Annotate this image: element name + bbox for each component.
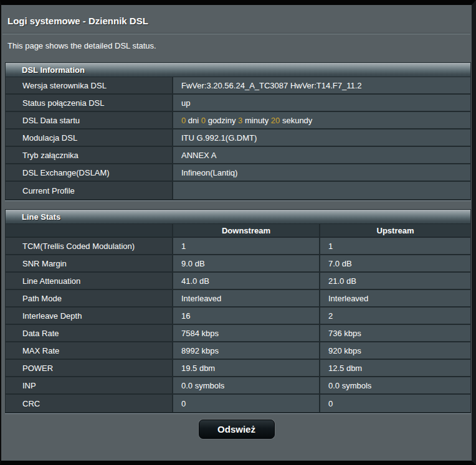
stat-row: INP0.0 symbols0.0 symbols <box>6 377 470 395</box>
info-row: DSL Exchange(DSLAM)Infineon(Lantiq) <box>6 164 470 182</box>
info-row-value: up <box>173 95 470 112</box>
line-stats-section-header: Line Stats <box>5 209 471 223</box>
stat-row-label: Interleave Depth <box>6 308 173 325</box>
stat-row: POWER19.5 dbm12.5 dbm <box>6 360 470 377</box>
stat-downstream-value: 41.0 dB <box>173 273 320 290</box>
info-row-label: Wersja sterownika DSL <box>6 77 173 95</box>
dsl-information-table: Wersja sterownika DSLFwVer:3.20.56.24_A_… <box>5 77 471 200</box>
stat-downstream-value: 0.0 symbols <box>173 377 320 395</box>
info-row-label: Modulacja DSL <box>6 129 173 147</box>
info-row-value <box>173 182 470 199</box>
stat-upstream-value: 920 kbps <box>320 342 470 360</box>
column-header-upstream: Upstream <box>320 224 470 238</box>
info-row-value: 0 dni 0 godziny 3 minuty 20 sekundy <box>173 112 470 129</box>
info-row: Status połączenia DSLup <box>6 95 470 112</box>
stat-upstream-value: 2 <box>320 308 470 325</box>
info-row: Tryb załącznikaANNEX A <box>6 147 470 164</box>
stat-downstream-value: 1 <box>173 238 320 255</box>
stat-row-label: POWER <box>6 360 173 377</box>
stat-downstream-value: 16 <box>173 308 320 325</box>
uptime-unit: sekundy <box>280 116 312 125</box>
stat-downstream-value: 19.5 dbm <box>173 360 320 377</box>
info-row-value: FwVer:3.20.56.24_A_TC3087 HwVer:T14.F7_1… <box>173 77 470 95</box>
uptime-unit: dni <box>186 116 201 125</box>
stat-row: Interleave Depth162 <box>6 308 470 325</box>
column-header-empty <box>6 224 173 238</box>
info-row-label: Tryb załącznika <box>6 147 173 164</box>
info-row: Current Profile <box>6 182 470 199</box>
stat-upstream-value: Interleaved <box>320 290 470 308</box>
stat-row-label: TCM(Trellis Coded Modulation) <box>6 238 173 255</box>
stat-row-label: INP <box>6 377 173 395</box>
dsl-information-section-header: DSL Information <box>5 62 471 77</box>
dsl-status-page: Logi systemowe - Dziennik DSL This page … <box>0 0 476 465</box>
info-row-value: ANNEX A <box>173 147 470 164</box>
info-row-label: Status połączenia DSL <box>6 95 173 112</box>
column-header-downstream: Downstream <box>173 224 320 238</box>
stat-upstream-value: 7.0 dB <box>320 255 470 273</box>
line-stats-table: Downstream Upstream TCM(Trellis Coded Mo… <box>5 223 471 413</box>
info-row-value: ITU G.992.1(G.DMT) <box>173 129 470 147</box>
stat-upstream-value: 12.5 dbm <box>320 360 470 377</box>
stat-row-label: Line Attenuation <box>6 273 173 290</box>
stat-row: Data Rate7584 kbps736 kbps <box>6 325 470 342</box>
uptime-unit: minuty <box>242 116 271 125</box>
stat-downstream-value: 9.0 dB <box>173 255 320 273</box>
info-row-label: DSL Data startu <box>6 112 173 129</box>
uptime-unit: godziny <box>206 116 238 125</box>
stat-row: CRC00 <box>6 395 470 412</box>
stat-upstream-value: 1 <box>320 238 470 255</box>
stat-downstream-value: Interleaved <box>173 290 320 308</box>
line-stats-section: Line Stats Downstream Upstream TCM(Trell… <box>5 209 471 413</box>
stat-row-label: Path Mode <box>6 290 173 308</box>
uptime-number: 20 <box>271 116 280 125</box>
stat-row: Line Attenuation41.0 dB21.0 dB <box>6 273 470 290</box>
title-divider <box>2 33 470 34</box>
info-row-value: Infineon(Lantiq) <box>173 164 470 182</box>
stat-downstream-value: 0 <box>173 395 320 412</box>
stat-row: MAX Rate8992 kbps920 kbps <box>6 342 470 360</box>
info-row: Modulacja DSLITU G.992.1(G.DMT) <box>6 129 470 147</box>
stat-row: TCM(Trellis Coded Modulation)11 <box>6 238 470 255</box>
info-row: Wersja sterownika DSLFwVer:3.20.56.24_A_… <box>6 77 470 95</box>
info-row: DSL Data startu0 dni 0 godziny 3 minuty … <box>6 112 470 129</box>
stat-row: Path ModeInterleavedInterleaved <box>6 290 470 308</box>
stat-row-label: Data Rate <box>6 325 173 342</box>
stat-upstream-value: 736 kbps <box>320 325 470 342</box>
refresh-button[interactable]: Odswież <box>199 420 275 439</box>
dsl-information-section: DSL Information Wersja sterownika DSLFwV… <box>5 62 471 200</box>
stat-downstream-value: 8992 kbps <box>173 342 320 360</box>
stat-row-label: SNR Margin <box>6 255 173 273</box>
uptime-number: 0 <box>201 116 206 125</box>
line-stats-header-row: Downstream Upstream <box>6 224 470 238</box>
stat-downstream-value: 7584 kbps <box>173 325 320 342</box>
stat-upstream-value: 21.0 dB <box>320 273 470 290</box>
page-subtitle: This page shows the detailed DSL status. <box>7 41 469 50</box>
stat-row-label: CRC <box>6 395 173 412</box>
page-title: Logi systemowe - Dziennik DSL <box>7 16 469 26</box>
stat-row-label: MAX Rate <box>6 342 173 360</box>
button-row: Odswież <box>1 420 472 439</box>
info-row-label: DSL Exchange(DSLAM) <box>6 164 173 182</box>
info-row-label: Current Profile <box>6 182 173 199</box>
stat-row: SNR Margin9.0 dB7.0 dB <box>6 255 470 273</box>
stat-upstream-value: 0.0 symbols <box>320 377 470 395</box>
stat-upstream-value: 0 <box>320 395 470 412</box>
